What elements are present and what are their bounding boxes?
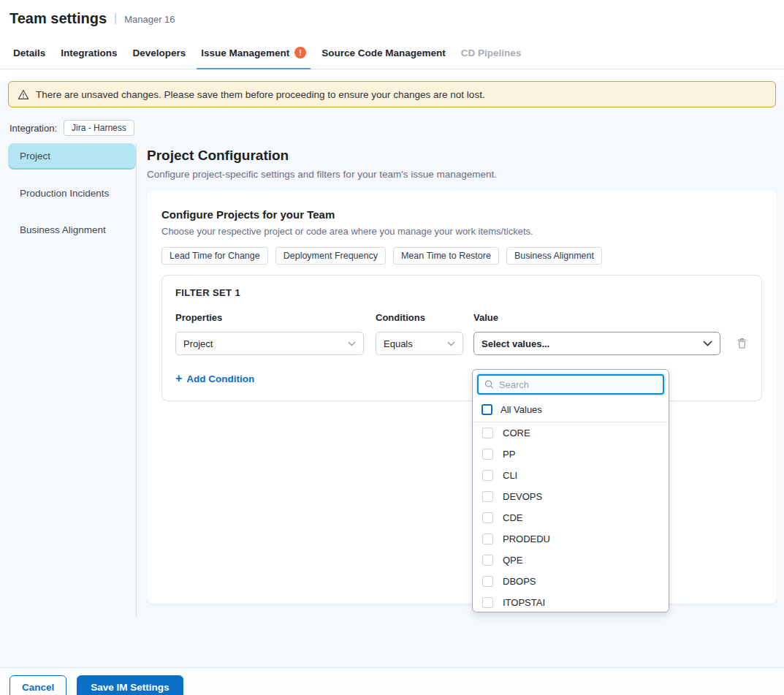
sidebar-item-production-incidents[interactable]: Production Incidents: [8, 180, 136, 206]
search-input[interactable]: [499, 379, 657, 390]
filter-set-title: FILTER SET 1: [175, 287, 748, 298]
metric-tags-row: Lead Time for Change Deployment Frequenc…: [161, 247, 762, 265]
checkbox[interactable]: [482, 470, 493, 481]
option-qpe[interactable]: QPE: [473, 550, 669, 571]
tab-developers[interactable]: Developers: [133, 37, 186, 69]
tab-integrations[interactable]: Integrations: [61, 37, 117, 69]
tab-cd-pipelines: CD Pipelines: [461, 37, 522, 69]
metric-tag: Lead Time for Change: [161, 247, 268, 265]
configure-projects-card: Configure Projects for your Team Choose …: [147, 191, 777, 604]
title-separator: |: [114, 12, 117, 25]
filter-row: Project Equals Select values...: [175, 332, 748, 355]
checkbox[interactable]: [482, 428, 493, 438]
trash-icon: [737, 338, 747, 349]
warning-triangle-icon: [18, 89, 29, 100]
checkbox[interactable]: [482, 533, 493, 544]
property-select[interactable]: Project: [175, 332, 364, 355]
chevron-down-icon: [348, 341, 356, 346]
dropdown-options-list: CORE PP CLI DEVOPS CDE PRODEDU QPE DBOPS…: [473, 422, 669, 612]
option-cde[interactable]: CDE: [473, 507, 669, 528]
integration-row: Integration: Jira - Harness: [9, 120, 784, 136]
filter-column-headers: Properties Conditions Value: [175, 312, 748, 323]
integration-chip[interactable]: Jira - Harness: [64, 120, 134, 136]
integration-label: Integration:: [9, 123, 57, 134]
section-sidebar: Project Production Incidents Business Al…: [8, 143, 136, 253]
sidebar-item-business-alignment[interactable]: Business Alignment: [8, 216, 136, 243]
checkbox[interactable]: [482, 597, 493, 608]
card-subtitle: Choose your respective project or code a…: [161, 226, 762, 237]
option-devops[interactable]: DEVOPS: [473, 486, 669, 507]
dropdown-search-box[interactable]: [477, 374, 664, 395]
checkbox[interactable]: [482, 491, 493, 502]
save-im-settings-button[interactable]: Save IM Settings: [77, 675, 183, 695]
team-name-label: Manager 16: [124, 12, 175, 25]
unsaved-changes-badge-icon: !: [294, 47, 306, 58]
metric-tag: Deployment Frequency: [275, 247, 386, 265]
checkbox[interactable]: [482, 449, 493, 460]
metric-tag: Mean Time to Restore: [393, 247, 499, 265]
banner-text: There are unsaved changes. Please save t…: [36, 89, 485, 100]
unsaved-changes-banner: There are unsaved changes. Please save t…: [8, 81, 776, 107]
chevron-down-icon: [703, 341, 712, 346]
option-pp[interactable]: PP: [473, 444, 669, 465]
column-conditions: Conditions: [376, 312, 463, 323]
delete-filter-button[interactable]: [737, 338, 747, 349]
cancel-button[interactable]: Cancel: [9, 675, 66, 695]
sidebar-item-project[interactable]: Project: [8, 143, 136, 170]
section-subtitle: Configure project-specific settings and …: [147, 169, 777, 180]
option-itopstai[interactable]: ITOPSTAI: [473, 592, 669, 612]
option-cli[interactable]: CLI: [473, 465, 669, 486]
option-dbops[interactable]: DBOPS: [473, 571, 669, 592]
card-title: Configure Projects for your Team: [161, 208, 762, 221]
section-title: Project Configuration: [147, 148, 777, 164]
checkbox[interactable]: [482, 555, 493, 566]
tab-details[interactable]: Details: [13, 37, 45, 69]
tab-source-code-management[interactable]: Source Code Management: [321, 37, 446, 69]
option-prodedu[interactable]: PRODEDU: [473, 528, 669, 550]
main-panel: Project Configuration Configure project-…: [137, 143, 777, 604]
column-properties: Properties: [175, 312, 364, 323]
value-dropdown-panel: All Values CORE PP CLI DEVOPS CDE PRODED…: [472, 369, 669, 612]
value-multiselect[interactable]: Select values...: [473, 332, 720, 355]
condition-select[interactable]: Equals: [376, 332, 463, 355]
option-core[interactable]: CORE: [473, 422, 669, 444]
settings-tabbar: Details Integrations Developers Issue Ma…: [0, 37, 784, 69]
filter-set-1: FILTER SET 1 Properties Conditions Value…: [161, 275, 762, 401]
plus-icon: +: [175, 373, 182, 384]
checkbox[interactable]: [482, 512, 493, 523]
page-header: Team settings | Manager 16: [0, 0, 784, 37]
checkbox-all-values[interactable]: [482, 404, 492, 415]
chevron-down-icon: [447, 341, 455, 346]
metric-tag: Business Alignment: [506, 247, 602, 265]
page-title: Team settings: [9, 10, 107, 27]
search-icon: [484, 379, 494, 390]
content-area: There are unsaved changes. Please save t…: [0, 81, 784, 667]
all-values-option[interactable]: All Values: [473, 399, 669, 419]
column-value: Value: [473, 312, 720, 323]
checkbox[interactable]: [482, 576, 493, 587]
footer-actions: Cancel Save IM Settings: [0, 667, 784, 695]
tab-issue-management[interactable]: Issue Management !: [201, 37, 306, 69]
